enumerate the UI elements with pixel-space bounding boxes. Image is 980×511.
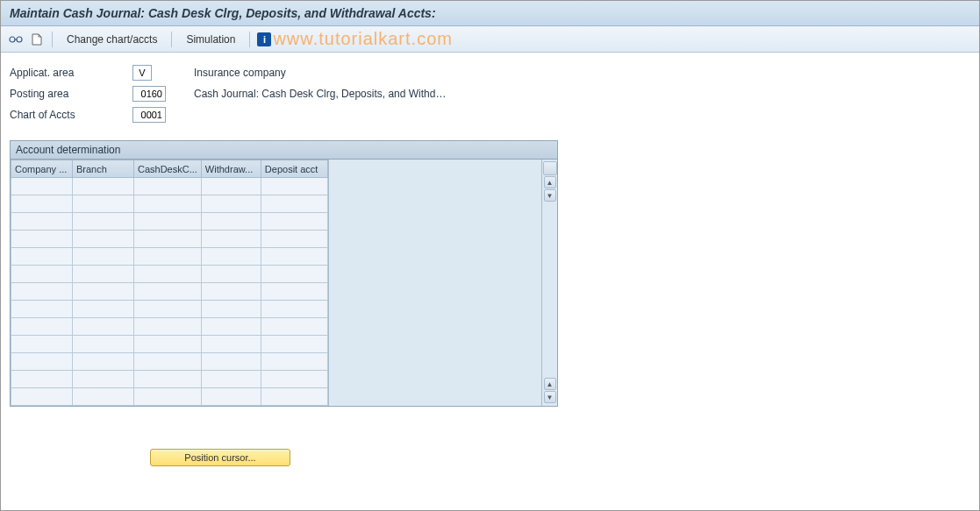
grid-cell[interactable]: [73, 388, 134, 406]
table-row[interactable]: [11, 353, 328, 371]
col-deposit[interactable]: Deposit acct: [261, 160, 327, 178]
table-row[interactable]: [11, 283, 328, 301]
grid-cell[interactable]: [73, 283, 134, 301]
grid-cell[interactable]: [11, 283, 73, 301]
grid-cell[interactable]: [73, 213, 134, 231]
vertical-scrollbar[interactable]: ▲ ▼ ▲ ▼: [541, 160, 557, 406]
grid-cell[interactable]: [134, 248, 202, 266]
grid-cell[interactable]: [134, 283, 202, 301]
grid-cell[interactable]: [134, 371, 202, 388]
grid-cell[interactable]: [11, 195, 73, 213]
grid-cell[interactable]: [134, 231, 202, 248]
grid-cell[interactable]: [201, 318, 261, 336]
grid-cell[interactable]: [73, 318, 134, 336]
grid-cell[interactable]: [261, 266, 327, 283]
grid-cell[interactable]: [201, 248, 261, 266]
grid-cell[interactable]: [201, 231, 261, 248]
grid-cell[interactable]: [261, 195, 327, 213]
new-page-icon[interactable]: [29, 32, 45, 47]
grid-cell[interactable]: [11, 178, 73, 195]
grid-cell[interactable]: [11, 371, 73, 388]
col-branch[interactable]: Branch: [73, 160, 134, 178]
simulation-button[interactable]: Simulation: [179, 31, 242, 48]
grid-cell[interactable]: [261, 318, 327, 336]
grid-cell[interactable]: [11, 318, 73, 336]
col-cashdesk[interactable]: CashDeskC...: [134, 160, 202, 178]
table-row[interactable]: [11, 388, 328, 406]
table-row[interactable]: [11, 213, 328, 231]
info-icon[interactable]: i: [257, 32, 271, 46]
grid-cell[interactable]: [201, 213, 261, 231]
grid-cell[interactable]: [261, 248, 327, 266]
scroll-down-bottom-icon[interactable]: ▼: [544, 391, 556, 403]
account-grid[interactable]: Company ... Branch CashDeskC... Withdraw…: [11, 160, 328, 406]
grid-cell[interactable]: [11, 336, 73, 353]
grid-cell[interactable]: [73, 353, 134, 371]
grid-cell[interactable]: [11, 388, 73, 406]
chart-of-accts-input[interactable]: [132, 107, 166, 123]
table-row[interactable]: [11, 231, 328, 248]
table-row[interactable]: [11, 266, 328, 283]
grid-cell[interactable]: [261, 301, 327, 318]
grid-cell[interactable]: [73, 266, 134, 283]
position-cursor-button[interactable]: Position cursor...: [150, 449, 290, 466]
grid-cell[interactable]: [73, 301, 134, 318]
grid-cell[interactable]: [73, 248, 134, 266]
grid-cell[interactable]: [11, 231, 73, 248]
table-row[interactable]: [11, 301, 328, 318]
grid-cell[interactable]: [134, 336, 202, 353]
grid-cell[interactable]: [134, 301, 202, 318]
table-row[interactable]: [11, 336, 328, 353]
change-chart-button[interactable]: Change chart/accts: [60, 31, 164, 48]
grid-cell[interactable]: [261, 388, 327, 406]
scroll-up-icon[interactable]: ▲: [544, 176, 556, 188]
grid-cell[interactable]: [261, 231, 327, 248]
posting-area-input[interactable]: [132, 86, 166, 102]
grid-cell[interactable]: [201, 195, 261, 213]
grid-cell[interactable]: [73, 195, 134, 213]
account-determination-panel: Account determination Company ... Branch…: [10, 140, 558, 407]
grid-cell[interactable]: [73, 178, 134, 195]
grid-cell[interactable]: [201, 301, 261, 318]
grid-cell[interactable]: [261, 178, 327, 195]
table-row[interactable]: [11, 371, 328, 388]
table-row[interactable]: [11, 195, 328, 213]
grid-cell[interactable]: [261, 336, 327, 353]
grid-cell[interactable]: [201, 178, 261, 195]
grid-cell[interactable]: [261, 371, 327, 388]
grid-cell[interactable]: [201, 353, 261, 371]
grid-cell[interactable]: [261, 283, 327, 301]
grid-cell[interactable]: [201, 283, 261, 301]
grid-cell[interactable]: [201, 336, 261, 353]
grid-cell[interactable]: [73, 371, 134, 388]
grid-cell[interactable]: [134, 178, 202, 195]
grid-cell[interactable]: [261, 213, 327, 231]
grid-cell[interactable]: [11, 301, 73, 318]
grid-cell[interactable]: [201, 388, 261, 406]
grid-cell[interactable]: [11, 266, 73, 283]
grid-cell[interactable]: [11, 248, 73, 266]
grid-cell[interactable]: [134, 318, 202, 336]
grid-cell[interactable]: [73, 336, 134, 353]
table-row[interactable]: [11, 318, 328, 336]
field-chart-of-accts: Chart of Accts: [10, 105, 970, 124]
grid-cell[interactable]: [134, 213, 202, 231]
grid-cell[interactable]: [73, 231, 134, 248]
grid-cell[interactable]: [11, 213, 73, 231]
scroll-up-bottom-icon[interactable]: ▲: [544, 378, 556, 390]
table-row[interactable]: [11, 248, 328, 266]
grid-cell[interactable]: [201, 371, 261, 388]
grid-cell[interactable]: [261, 353, 327, 371]
grid-cell[interactable]: [11, 353, 73, 371]
glasses-icon[interactable]: [8, 32, 24, 47]
grid-cell[interactable]: [134, 388, 202, 406]
grid-cell[interactable]: [134, 195, 202, 213]
grid-cell[interactable]: [134, 266, 202, 283]
grid-cell[interactable]: [134, 353, 202, 371]
grid-cell[interactable]: [201, 266, 261, 283]
col-withdraw[interactable]: Withdraw...: [201, 160, 261, 178]
col-company[interactable]: Company ...: [11, 160, 73, 178]
table-row[interactable]: [11, 178, 328, 195]
applicat-area-input[interactable]: [132, 65, 152, 81]
scroll-down-icon[interactable]: ▼: [544, 189, 556, 202]
